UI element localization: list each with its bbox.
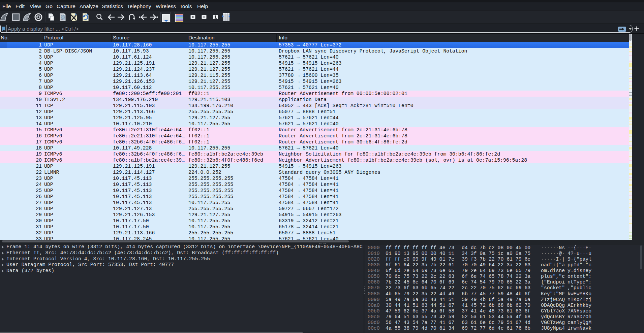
svg-text:0011: 0011 (61, 19, 65, 21)
